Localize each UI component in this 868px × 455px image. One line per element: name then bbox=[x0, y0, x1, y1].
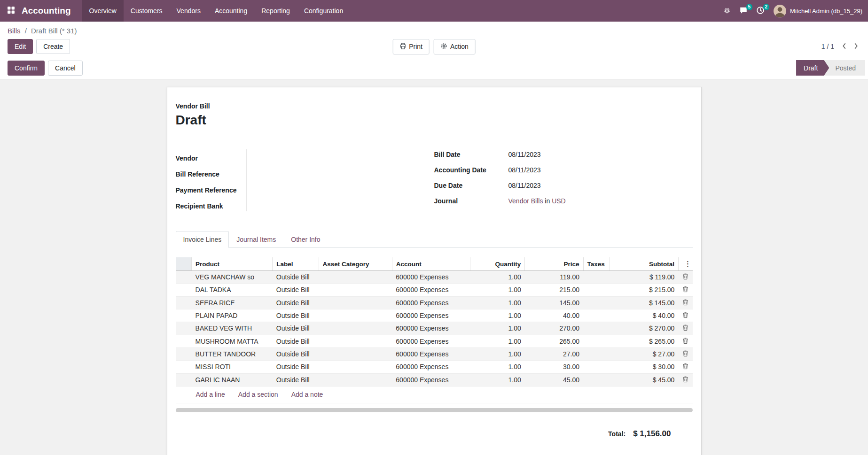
optional-columns-header: ⋮ bbox=[678, 257, 692, 271]
tab-journal-items[interactable]: Journal Items bbox=[229, 231, 283, 248]
cell-product: BUTTER TANDOOR bbox=[192, 347, 273, 360]
add-a-note-link[interactable]: Add a note bbox=[291, 391, 323, 398]
breadcrumb-separator: / bbox=[25, 27, 27, 35]
confirm-button[interactable]: Confirm bbox=[8, 61, 45, 76]
tab-other-info[interactable]: Other Info bbox=[283, 231, 328, 248]
delete-line-icon[interactable] bbox=[681, 337, 690, 346]
col-taxes[interactable]: Taxes bbox=[583, 257, 610, 271]
table-row: VEG MANCHAW so Outside Bill 600000 Expen… bbox=[176, 271, 693, 284]
horizontal-scrollbar[interactable] bbox=[176, 408, 693, 412]
menu-item-configuration[interactable]: Configuration bbox=[297, 0, 350, 22]
col-label[interactable]: Label bbox=[273, 257, 319, 271]
row-handle[interactable] bbox=[176, 271, 192, 284]
cell-subtotal: $ 27.00 bbox=[610, 347, 678, 360]
col-subtotal[interactable]: Subtotal bbox=[610, 257, 678, 271]
row-handle[interactable] bbox=[176, 322, 192, 335]
menu-item-customers[interactable]: Customers bbox=[124, 0, 170, 22]
cell-label: Outside Bill bbox=[273, 271, 319, 284]
pager-previous-button[interactable] bbox=[840, 41, 849, 53]
delete-line-icon[interactable] bbox=[681, 362, 690, 371]
action-button[interactable]: Action bbox=[434, 39, 476, 54]
col-product[interactable]: Product bbox=[192, 257, 273, 271]
optional-columns-toggle-icon[interactable]: ⋮ bbox=[682, 260, 693, 267]
cell-asset-category bbox=[319, 373, 392, 386]
activities-button[interactable]: 2 bbox=[752, 3, 769, 19]
user-menu[interactable]: Mitchell Admin (db_15_29) bbox=[769, 5, 862, 17]
status-posted[interactable]: Posted bbox=[824, 60, 865, 76]
create-button[interactable]: Create bbox=[36, 39, 70, 54]
cell-account: 600000 Expenses bbox=[392, 373, 470, 386]
currency-link[interactable]: USD bbox=[552, 197, 566, 205]
row-handle[interactable] bbox=[176, 284, 192, 296]
cell-account: 600000 Expenses bbox=[392, 296, 470, 309]
row-handle[interactable] bbox=[176, 361, 192, 373]
col-price[interactable]: Price bbox=[525, 257, 583, 271]
confirm-button-label: Confirm bbox=[15, 64, 38, 72]
status-draft[interactable]: Draft bbox=[796, 60, 829, 76]
cell-quantity: 1.00 bbox=[470, 335, 525, 347]
table-row: GARLIC NAAN Outside Bill 600000 Expenses… bbox=[176, 373, 693, 386]
col-quantity[interactable]: Quantity bbox=[470, 257, 525, 271]
journal-infix: in bbox=[545, 197, 550, 205]
cell-taxes bbox=[583, 347, 610, 360]
vendor-value[interactable] bbox=[246, 151, 434, 161]
col-account[interactable]: Account bbox=[392, 257, 470, 271]
delete-line-icon[interactable] bbox=[681, 311, 690, 320]
row-handle[interactable] bbox=[176, 347, 192, 360]
row-handle[interactable] bbox=[176, 335, 192, 347]
cell-taxes bbox=[583, 361, 610, 373]
delete-line-icon[interactable] bbox=[681, 285, 690, 294]
cell-subtotal: $ 145.00 bbox=[610, 296, 678, 309]
row-handle[interactable] bbox=[176, 309, 192, 322]
cell-product: MISSI ROTI bbox=[192, 361, 273, 373]
payment-reference-value[interactable] bbox=[246, 183, 434, 193]
cell-asset-category bbox=[319, 296, 392, 309]
page-title: Draft bbox=[176, 113, 693, 128]
journal-label: Journal bbox=[434, 197, 508, 205]
menu-item-reporting[interactable]: Reporting bbox=[254, 0, 297, 22]
print-button[interactable]: Print bbox=[392, 39, 430, 54]
col-asset-category[interactable]: Asset Category bbox=[319, 257, 392, 271]
menu-item-accounting[interactable]: Accounting bbox=[208, 0, 254, 22]
debug-mode-button[interactable] bbox=[719, 4, 735, 18]
delete-line-icon[interactable] bbox=[681, 299, 690, 307]
cell-subtotal: $ 270.00 bbox=[610, 322, 678, 335]
messages-count-badge: 5 bbox=[746, 4, 753, 10]
cell-price: 145.00 bbox=[525, 296, 583, 309]
field-recipient-bank: Recipient Bank bbox=[176, 196, 434, 212]
cell-account: 600000 Expenses bbox=[392, 361, 470, 373]
cell-account: 600000 Expenses bbox=[392, 322, 470, 335]
print-button-label: Print bbox=[409, 43, 422, 50]
menu-item-vendors[interactable]: Vendors bbox=[170, 0, 208, 22]
add-a-line-link[interactable]: Add a line bbox=[196, 391, 225, 398]
accounting-date-value[interactable]: 08/11/2023 bbox=[508, 166, 693, 174]
bill-reference-value[interactable] bbox=[246, 167, 434, 177]
delete-line-icon[interactable] bbox=[681, 273, 690, 281]
recipient-bank-value[interactable] bbox=[246, 199, 434, 208]
journal-link[interactable]: Vendor Bills bbox=[508, 197, 543, 205]
bill-date-value[interactable]: 08/11/2023 bbox=[508, 151, 693, 158]
total-label: Total: bbox=[608, 430, 626, 438]
cancel-button[interactable]: Cancel bbox=[48, 61, 83, 76]
add-a-section-link[interactable]: Add a section bbox=[238, 391, 278, 398]
cell-product: SEERA RICE bbox=[192, 296, 273, 309]
cell-product: VEG MANCHAW so bbox=[192, 271, 273, 284]
tab-invoice-lines[interactable]: Invoice Lines bbox=[176, 231, 229, 248]
delete-line-icon[interactable] bbox=[681, 350, 690, 358]
menu-item-overview[interactable]: Overview bbox=[82, 0, 124, 22]
app-brand[interactable]: Accounting bbox=[22, 0, 82, 22]
delete-line-icon[interactable] bbox=[681, 376, 690, 384]
cell-subtotal: $ 119.00 bbox=[610, 271, 678, 284]
breadcrumb-bills-link[interactable]: Bills bbox=[8, 27, 21, 35]
row-handle[interactable] bbox=[176, 296, 192, 309]
edit-button[interactable]: Edit bbox=[8, 39, 33, 54]
delete-line-icon[interactable] bbox=[681, 324, 690, 332]
apps-menu-button[interactable] bbox=[0, 0, 22, 22]
messages-button[interactable]: 5 bbox=[735, 3, 752, 19]
cell-quantity: 1.00 bbox=[470, 271, 525, 284]
due-date-value[interactable]: 08/11/2023 bbox=[508, 182, 693, 189]
row-handle[interactable] bbox=[176, 373, 192, 386]
pager-next-button[interactable] bbox=[852, 41, 860, 53]
cell-asset-category bbox=[319, 284, 392, 296]
table-row: MISSI ROTI Outside Bill 600000 Expenses … bbox=[176, 361, 693, 373]
